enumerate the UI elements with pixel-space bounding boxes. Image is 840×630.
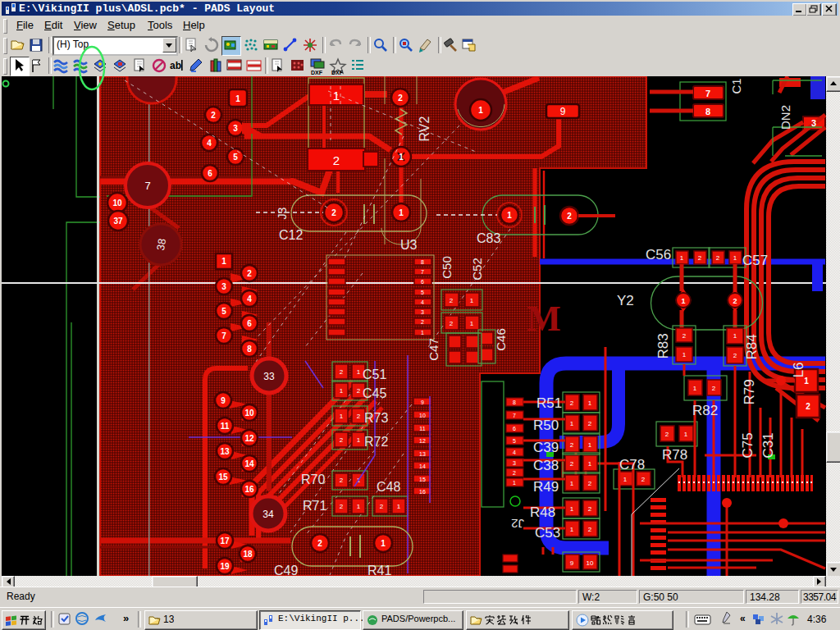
svg-text:2: 2 [682,332,687,340]
svg-text:C38: C38 [533,458,559,473]
svg-text:8: 8 [705,107,710,116]
svg-text:5: 5 [221,307,226,316]
svg-text:2: 2 [570,460,574,468]
svg-text:1: 1 [235,94,240,103]
svg-text:1: 1 [570,505,574,513]
svg-text:2: 2 [570,399,574,407]
svg-text:1: 1 [221,257,226,266]
svg-text:6: 6 [208,169,212,178]
svg-text:1: 1 [357,503,361,510]
svg-text:2: 2 [421,319,424,325]
svg-text:3: 3 [811,118,816,128]
svg-text:16: 16 [419,489,426,495]
svg-text:2: 2 [247,269,252,278]
svg-text:C52: C52 [470,258,484,281]
svg-text:1: 1 [470,320,474,327]
svg-text:2: 2 [398,94,403,103]
svg-text:1: 1 [399,208,404,217]
svg-text:38: 38 [154,238,168,252]
svg-text:4: 4 [421,299,424,305]
svg-text:DN2: DN2 [778,105,792,130]
svg-text:2: 2 [331,208,336,217]
svg-text:R41: R41 [368,564,391,576]
svg-text:ab: ab [170,60,181,71]
svg-text:5: 5 [421,290,424,295]
svg-text:1: 1 [399,153,404,162]
svg-text:C39: C39 [533,440,559,455]
svg-text:L6: L6 [791,363,806,378]
svg-text:10: 10 [112,199,122,208]
svg-text:8: 8 [247,345,252,354]
svg-text:7: 7 [421,269,424,275]
svg-text:C78: C78 [619,457,645,472]
svg-text:R79: R79 [742,379,757,404]
svg-text:2: 2 [450,320,454,327]
svg-text:9: 9 [560,106,566,117]
svg-text:C12: C12 [279,228,303,242]
svg-text:C45: C45 [363,386,386,400]
svg-text:R83: R83 [655,333,671,358]
svg-text:1: 1 [570,526,574,533]
svg-text:2: 2 [733,352,737,359]
svg-text:1: 1 [340,413,344,420]
svg-text:10: 10 [419,413,426,418]
svg-text:R51: R51 [536,395,562,411]
svg-text:34: 34 [262,509,274,520]
svg-text:C51: C51 [363,368,386,381]
svg-text:J2: J2 [511,517,524,531]
svg-text:2: 2 [513,470,516,476]
svg-text:3: 3 [421,309,424,315]
svg-text:2: 2 [567,212,572,221]
svg-text:15: 15 [419,477,426,482]
svg-text:R48: R48 [530,504,555,520]
svg-text:1: 1 [684,431,688,438]
svg-text:10: 10 [244,409,254,418]
svg-text:M: M [527,299,561,339]
svg-text:C56: C56 [646,247,671,262]
svg-text:2: 2 [588,505,592,513]
svg-text:11: 11 [221,422,230,431]
svg-text:9: 9 [570,559,574,567]
svg-text:C46: C46 [494,328,508,351]
svg-text:2: 2 [380,503,384,510]
svg-text:7: 7 [705,89,710,98]
svg-text:5: 5 [513,438,516,444]
svg-text:1: 1 [478,106,483,115]
svg-text:19: 19 [220,562,230,571]
svg-text:4: 4 [513,450,516,455]
svg-text:13: 13 [220,447,230,456]
svg-text:R71: R71 [303,499,326,513]
svg-text:1: 1 [333,89,340,103]
svg-text:3: 3 [233,124,238,133]
svg-text:1: 1 [357,368,361,376]
svg-text:C75: C75 [740,432,756,458]
svg-text:1: 1 [513,480,516,486]
svg-text:1: 1 [681,297,685,305]
svg-text:DXF: DXF [311,70,323,75]
svg-text:2: 2 [733,297,737,305]
svg-text:C57: C57 [742,253,768,268]
svg-text:2: 2 [641,476,646,483]
svg-text:J3: J3 [276,207,289,219]
svg-text:2: 2 [340,368,344,376]
svg-text:8: 8 [513,399,516,405]
svg-text:12: 12 [244,434,254,443]
svg-text:R82: R82 [692,403,718,418]
svg-text:4: 4 [207,139,212,148]
svg-text:6: 6 [513,426,516,431]
svg-text:2: 2 [450,297,454,304]
svg-text:10: 10 [587,559,594,567]
svg-text:1: 1 [570,420,574,427]
svg-text:2: 2 [806,402,810,411]
svg-text:2: 2 [340,436,344,444]
svg-text:C48: C48 [377,480,400,494]
svg-text:1: 1 [588,441,592,449]
svg-text:11: 11 [419,426,425,431]
svg-text:1: 1 [421,330,424,336]
svg-text:1: 1 [588,399,592,407]
svg-text:R73: R73 [364,411,388,425]
svg-text:37: 37 [113,217,123,226]
svg-text:2: 2 [333,153,340,167]
svg-text:RV2: RV2 [418,116,431,141]
svg-text:17: 17 [220,536,230,546]
